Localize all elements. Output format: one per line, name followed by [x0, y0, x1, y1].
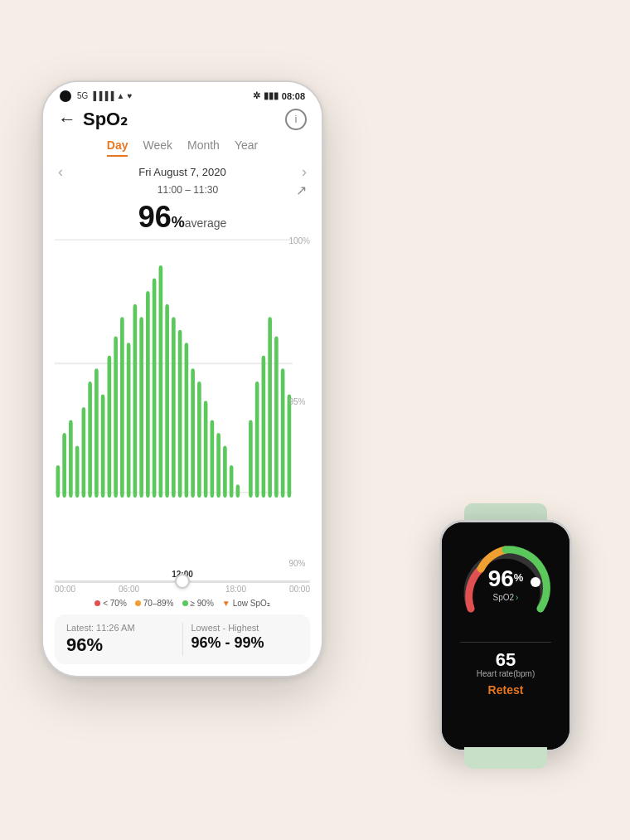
legend-triangle-low: ▼: [222, 599, 230, 608]
svg-rect-12: [114, 336, 118, 497]
battery-icon: ▮▮▮: [264, 90, 279, 101]
legend-dot-gte90: [182, 600, 188, 606]
app-header: ← SpO₂ i: [43, 105, 322, 135]
next-date-button[interactable]: ›: [302, 163, 307, 181]
svg-point-40: [531, 577, 540, 587]
stats-card: Latest: 11:26 AM 96% Lowest - Highest 96…: [55, 614, 310, 664]
latest-label: Latest: 11:26 AM: [66, 623, 174, 633]
legend-low-spo2: ▼ Low SpO₂: [222, 599, 270, 608]
svg-rect-23: [185, 342, 189, 497]
gauge-center: 96% SpO2 ›: [488, 566, 524, 602]
watch-body: 96% SpO2 › 65 Heart rate(bpm) R: [439, 520, 572, 752]
legend-label-gte90: ≥ 90%: [191, 599, 214, 608]
tab-day[interactable]: Day: [107, 138, 128, 157]
svg-rect-10: [101, 394, 105, 497]
svg-rect-36: [268, 317, 272, 498]
svg-rect-31: [236, 484, 240, 498]
slider-track[interactable]: [55, 580, 310, 583]
watch-pct: %: [514, 571, 524, 583]
svg-rect-34: [255, 381, 259, 498]
prev-date-button[interactable]: ‹: [58, 163, 63, 181]
average-label: average: [185, 216, 227, 230]
wifi-icon: ▲: [116, 91, 124, 100]
watch-spo2-label: SpO2: [493, 593, 515, 602]
svg-rect-3: [56, 465, 61, 498]
status-right: ✲ ▮▮▮ 08:08: [253, 90, 305, 101]
svg-rect-16: [139, 317, 143, 498]
svg-rect-21: [172, 317, 176, 498]
svg-rect-25: [197, 381, 201, 498]
signal-icon: 5G ▐▐▐▐: [77, 91, 114, 100]
date-navigation: ‹ Fri August 7, 2020 ›: [43, 157, 322, 182]
svg-rect-37: [274, 336, 279, 497]
tick-4: 00:00: [289, 585, 310, 594]
legend-70-89: 70–89%: [135, 599, 174, 608]
svg-rect-6: [75, 445, 80, 497]
svg-rect-29: [223, 445, 227, 497]
back-button[interactable]: ←: [58, 109, 76, 130]
slider-thumb[interactable]: [175, 574, 190, 589]
tick-0: 00:00: [55, 585, 75, 594]
svg-rect-7: [82, 407, 86, 498]
tab-week[interactable]: Week: [143, 138, 172, 157]
tab-month[interactable]: Month: [187, 138, 220, 157]
svg-rect-9: [94, 368, 99, 497]
svg-rect-11: [108, 356, 112, 498]
svg-rect-5: [69, 420, 73, 497]
bar-chart: [55, 235, 310, 570]
retest-button[interactable]: Retest: [488, 683, 524, 697]
legend-label-low: Low SpO₂: [233, 599, 270, 608]
svg-rect-33: [249, 420, 253, 497]
time-range-row: 11:00 – 11:30 ↗: [43, 182, 322, 198]
watch-band-bottom: [464, 747, 547, 769]
watch-spo2-number: 96: [488, 566, 514, 591]
range-label: Lowest - Highest: [191, 623, 299, 633]
legend-label-lt70: < 70%: [103, 599, 127, 608]
camera-icon: [60, 90, 71, 102]
chart-y-labels: 100% 95% 90%: [288, 235, 310, 570]
svg-rect-38: [281, 368, 285, 497]
watch-gauge-value: 96%: [488, 566, 524, 592]
watch-hr-value: 65: [477, 651, 536, 669]
spo2-gauge: 96% SpO2 ›: [456, 534, 555, 634]
watch-screen: 96% SpO2 › 65 Heart rate(bpm) R: [442, 522, 569, 750]
legend-label-70-89: 70–89%: [143, 599, 174, 608]
legend-dot-lt70: [94, 600, 100, 606]
info-icon: i: [295, 113, 298, 125]
watch-spo2-label-row[interactable]: SpO2 ›: [488, 593, 524, 602]
chart-area: 100% 95% 90%: [43, 235, 322, 570]
tick-3: 18:00: [225, 585, 246, 594]
phone-screen: 5G ▐▐▐▐ ▲ ♥ ✲ ▮▮▮ 08:08 ← SpO₂ i: [43, 82, 322, 676]
svg-rect-17: [146, 291, 150, 498]
y-label-95: 95%: [288, 397, 310, 406]
svg-rect-20: [165, 303, 169, 497]
y-label-90: 90%: [288, 559, 310, 568]
time-range: 11:00 – 11:30: [80, 184, 296, 196]
svg-rect-24: [191, 368, 195, 497]
svg-rect-30: [230, 465, 234, 498]
time-slider-row: 12:00 00:00 06:00 18:00 00:00: [43, 570, 322, 595]
legend-lt70: < 70%: [94, 599, 127, 608]
svg-rect-15: [133, 303, 138, 497]
page-title: SpO₂: [83, 109, 285, 130]
bluetooth-icon: ✲: [253, 90, 260, 101]
y-label-100: 100%: [288, 236, 310, 245]
svg-rect-14: [127, 342, 131, 497]
svg-rect-18: [153, 278, 157, 497]
legend-dot-70-89: [135, 600, 141, 606]
phone: 5G ▐▐▐▐ ▲ ♥ ✲ ▮▮▮ 08:08 ← SpO₂ i: [41, 80, 323, 677]
legend: < 70% 70–89% ≥ 90% ▼ Low SpO₂: [43, 595, 322, 611]
svg-rect-35: [262, 356, 266, 498]
watch-hr-label: Heart rate(bpm): [477, 669, 536, 678]
watch-spo2-arrow: ›: [516, 593, 518, 602]
smartwatch: 96% SpO2 › 65 Heart rate(bpm) R: [423, 503, 589, 769]
tab-year[interactable]: Year: [235, 138, 258, 157]
svg-rect-27: [211, 420, 215, 497]
heart-rate-section: 65 Heart rate(bpm): [477, 651, 536, 683]
clock: 08:08: [282, 91, 305, 101]
latest-stat: Latest: 11:26 AM 96%: [66, 623, 183, 656]
average-display: 96%average: [43, 198, 322, 235]
svg-rect-28: [216, 433, 220, 498]
info-button[interactable]: i: [285, 109, 307, 130]
expand-button[interactable]: ↗: [296, 182, 307, 198]
